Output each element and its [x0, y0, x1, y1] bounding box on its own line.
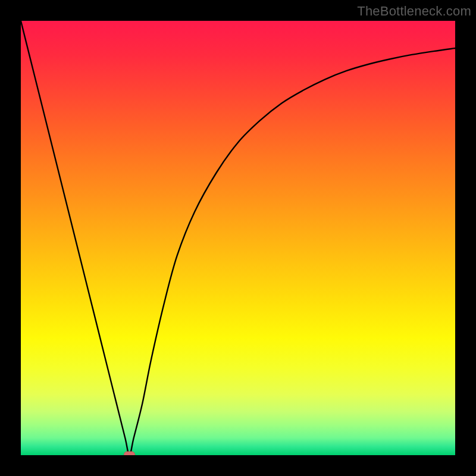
- plot-area: [21, 21, 455, 455]
- chart-frame: TheBottleneck.com: [0, 0, 476, 476]
- watermark-text: TheBottleneck.com: [357, 4, 471, 19]
- minimum-marker: [124, 452, 135, 455]
- curve-svg: [21, 21, 455, 455]
- bottleneck-curve: [21, 21, 455, 455]
